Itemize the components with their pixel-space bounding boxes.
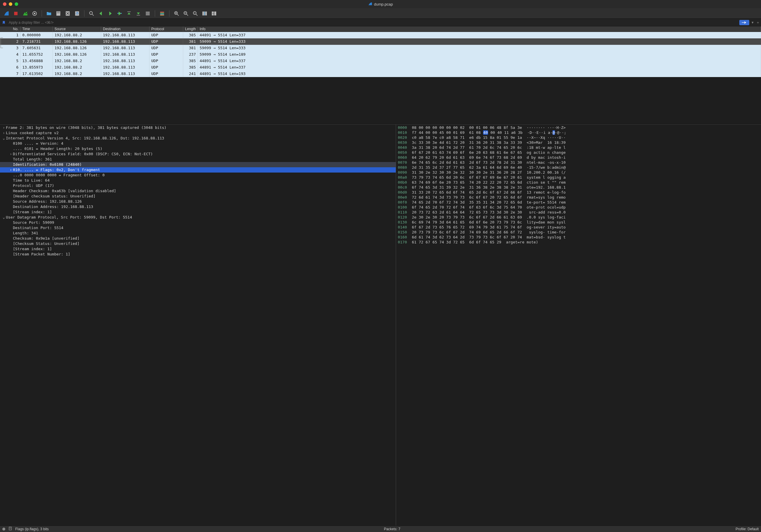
go-last-button[interactable]	[134, 9, 143, 18]
detail-tree-row[interactable]: [Stream index: 1]	[0, 209, 396, 215]
detail-tree-row[interactable]: 0100 .... = Version: 4	[0, 141, 396, 146]
chevron-right-icon[interactable]: ›	[2, 131, 6, 135]
apply-filter-button[interactable]	[739, 20, 749, 25]
go-first-button[interactable]	[125, 9, 133, 18]
packet-details-pane[interactable]: ›Frame 2: 381 bytes on wire (3048 bits),…	[0, 125, 396, 526]
detail-tree-row[interactable]: Destination Port: 5514	[0, 225, 396, 231]
detail-tree-row[interactable]: ›Frame 2: 381 bytes on wire (3048 bits),…	[0, 125, 396, 131]
find-packet-button[interactable]	[88, 9, 95, 18]
chevron-down-icon[interactable]: ⌄	[2, 135, 6, 141]
detail-tree-row[interactable]: [Header checksum status: Unverified]	[0, 194, 396, 199]
detail-tree-row[interactable]: ›Differentiated Services Field: 0x00 (DS…	[0, 151, 396, 157]
hex-row[interactable]: 015020 73 79 73 6c 6f 67 2d 74 69 6d 65 …	[398, 230, 759, 235]
resize-columns-alt-button[interactable]: 12	[210, 9, 218, 18]
hex-row[interactable]: 01406f 67 2d 73 65 76 65 72 69 74 79 3d …	[398, 225, 759, 230]
detail-tree-row[interactable]: [Stream Packet Number: 1]	[0, 252, 396, 257]
detail-tree-row[interactable]: [Stream index: 1]	[0, 246, 396, 252]
hex-row[interactable]: 01306c 69 74 79 3d 64 61 65 6d 6f 6e 20 …	[398, 220, 759, 225]
hex-row[interactable]: 00706e 74 65 6c 2d 6d 61 63 2d 6f 73 2d …	[398, 160, 759, 165]
resize-columns-button[interactable]	[201, 9, 209, 18]
chevron-right-icon[interactable]: ›	[2, 125, 6, 131]
detail-tree-row[interactable]: Checksum: 0x9e1a [unverified]	[0, 236, 396, 241]
hex-row[interactable]: 017061 72 67 65 74 3d 72 65 6d 6f 74 65 …	[398, 239, 759, 244]
detail-tree-row[interactable]: ›Linux cooked capture v2	[0, 131, 396, 135]
expert-info-indicator[interactable]	[2, 528, 5, 531]
hex-row[interactable]: 011020 73 72 63 2d 61 64 64 72 65 73 73 …	[398, 210, 759, 215]
column-destination[interactable]: Destination	[101, 27, 149, 32]
column-source[interactable]: Source	[53, 27, 101, 32]
packet-row[interactable]: 613.855973192.168.88.2192.168.88.113UDP3…	[0, 64, 761, 71]
hex-row[interactable]: 00a073 79 73 74 65 6d 20 6c 6f 67 67 69 …	[398, 175, 759, 180]
restart-capture-button[interactable]	[21, 9, 29, 18]
detail-tree-row[interactable]: [Checksum Status: Unverified]	[0, 241, 396, 246]
minimize-button[interactable]	[9, 2, 12, 6]
hex-row[interactable]: 00506f 67 20 61 63 74 69 6f 6e 20 63 68 …	[398, 150, 759, 155]
display-filter-input[interactable]	[8, 20, 738, 25]
detail-tree-row[interactable]: Time to Live: 64	[0, 178, 396, 183]
go-to-packet-button[interactable]	[115, 9, 124, 18]
packet-bytes-pane[interactable]: 000008 00 00 00 00 00 00 02 00 01 00 06 …	[396, 125, 761, 526]
capture-options-button[interactable]	[30, 9, 39, 18]
hex-row[interactable]: 00b063 74 69 6f 6e 20 73 65 74 20 22 22 …	[398, 180, 759, 185]
hex-row[interactable]: 01202e 30 2e 30 20 73 79 73 6c 6f 67 2d …	[398, 215, 759, 220]
detail-tree-row[interactable]: Protocol: UDP (17)	[0, 183, 396, 188]
chevron-right-icon[interactable]: ›	[9, 167, 13, 173]
hex-row[interactable]: 00802d 31 35 2d 37 2f 77 65 62 3a 61 64 …	[398, 165, 759, 170]
open-file-button[interactable]	[45, 9, 53, 18]
hex-row[interactable]: 0020c0 a8 58 7e c0 a8 58 71 e6 db 15 8a …	[398, 135, 759, 140]
save-file-button[interactable]	[54, 9, 62, 18]
packet-list-header[interactable]: No. Time Source Destination Protocol Len…	[0, 27, 761, 32]
hex-row[interactable]: 000008 00 00 00 00 00 00 02 00 01 00 06 …	[398, 125, 759, 130]
hex-row[interactable]: 00e072 6d 61 74 3d 73 79 73 6c 6f 67 20 …	[398, 195, 759, 200]
auto-scroll-button[interactable]	[144, 9, 152, 18]
detail-tree-row[interactable]: Identification: 0x6108 (24840)	[0, 162, 396, 167]
hex-row[interactable]: 006064 20 62 79 20 6d 61 63 69 6e 74 6f …	[398, 155, 759, 160]
close-file-button[interactable]	[64, 9, 72, 18]
hex-row[interactable]: 00403a 31 38 20 6d 74 2d 77 61 70 2d 6c …	[398, 145, 759, 150]
status-profile[interactable]: Profile: Default	[735, 527, 759, 531]
detail-tree-row[interactable]: Destination Address: 192.168.88.113	[0, 204, 396, 209]
hex-row[interactable]: 0010f7 44 00 00 45 00 01 69 61 08 40 00 …	[398, 130, 759, 135]
hex-row[interactable]: 00f074 65 2d 70 6f 72 74 3d 35 35 31 34 …	[398, 200, 759, 205]
column-info[interactable]: Info	[198, 27, 761, 32]
packet-row[interactable]: 717.613502192.168.88.2192.168.88.113UDP2…	[0, 71, 761, 77]
maximize-button[interactable]	[15, 2, 18, 6]
packet-row[interactable]: 37.605631192.168.88.126192.168.88.113UDP…	[0, 45, 761, 51]
capture-file-properties-icon[interactable]	[8, 526, 12, 531]
packet-row[interactable]: 27.218731192.168.88.126192.168.88.113UDP…	[0, 38, 761, 45]
zoom-in-button[interactable]	[172, 9, 181, 18]
zoom-reset-button[interactable]: =	[191, 9, 199, 18]
detail-tree-row[interactable]: .... 0101 = Header Length: 20 bytes (5)	[0, 146, 396, 151]
packet-list-body[interactable]: 10.000000192.168.88.2192.168.88.113UDP38…	[0, 32, 761, 77]
stop-capture-button[interactable]	[12, 9, 20, 18]
detail-tree-row[interactable]: ›010. .... = Flags: 0x2, Don't fragment	[0, 167, 396, 173]
packet-row[interactable]: 411.655752192.168.88.126192.168.88.113UD…	[0, 51, 761, 58]
add-filter-button[interactable]: ＋	[756, 20, 760, 25]
go-previous-button[interactable]	[97, 9, 105, 18]
close-button[interactable]	[3, 2, 6, 6]
hex-row[interactable]: 009031 30 2e 32 30 30 2e 32 30 30 2e 31 …	[398, 170, 759, 175]
start-capture-button[interactable]	[2, 9, 11, 18]
detail-tree-row[interactable]: ⌄Internet Protocol Version 4, Src: 192.1…	[0, 135, 396, 141]
column-time[interactable]: Time	[21, 27, 53, 32]
hex-row[interactable]: 00c06f 74 65 3d 31 39 32 2e 31 36 38 2e …	[398, 185, 759, 190]
packet-row[interactable]: 513.456888192.168.88.2192.168.88.113UDP3…	[0, 58, 761, 64]
chevron-down-icon[interactable]: ⌄	[2, 215, 6, 220]
detail-tree-row[interactable]: Header Checksum: 0xa63b [validation disa…	[0, 188, 396, 194]
detail-tree-row[interactable]: ...0 0000 0000 0000 = Fragment Offset: 0	[0, 173, 396, 178]
column-no[interactable]: No.	[0, 27, 21, 32]
detail-tree-row[interactable]: Source Port: 59099	[0, 220, 396, 225]
hex-row[interactable]: 00d031 33 20 72 65 6d 6f 74 65 2d 6c 6f …	[398, 190, 759, 195]
detail-tree-row[interactable]: Total Length: 361	[0, 157, 396, 162]
hex-row[interactable]: 01006f 74 65 2d 70 72 6f 74 6f 63 6f 6c …	[398, 205, 759, 210]
packet-row[interactable]: 10.000000192.168.88.2192.168.88.113UDP38…	[0, 32, 761, 38]
detail-tree-row[interactable]: Length: 341	[0, 231, 396, 236]
colorize-button[interactable]	[158, 9, 166, 18]
reload-file-button[interactable]	[73, 9, 81, 18]
bookmark-icon[interactable]	[1, 20, 6, 25]
go-next-button[interactable]	[106, 9, 114, 18]
column-length[interactable]: Length	[183, 27, 198, 32]
chevron-right-icon[interactable]: ›	[9, 151, 13, 157]
detail-tree-row[interactable]: ⌄User Datagram Protocol, Src Port: 59099…	[0, 215, 396, 220]
hex-row[interactable]: 01606d 61 74 3d 62 73 64 2d 73 79 73 6c …	[398, 235, 759, 239]
